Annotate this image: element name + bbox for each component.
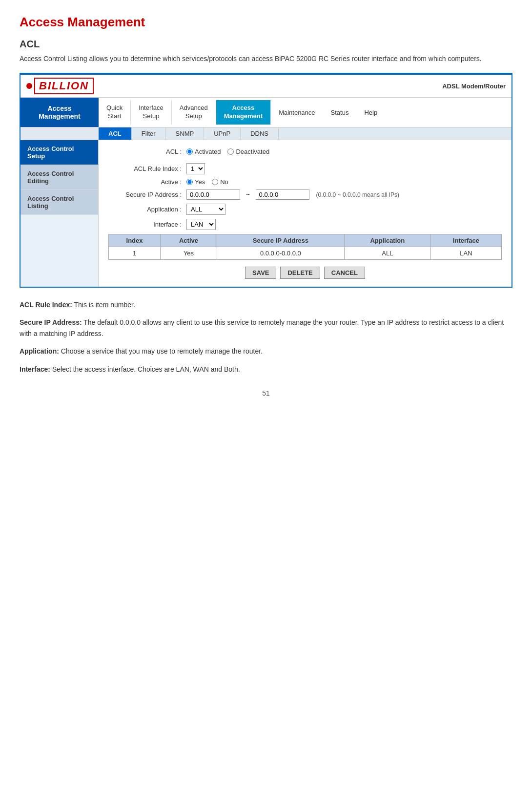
page-number: 51: [20, 389, 512, 397]
subnav-upnp[interactable]: UPnP: [204, 127, 241, 140]
nav-bar: Access Management QuickStart InterfaceSe…: [20, 98, 512, 127]
col-index: Index: [109, 234, 161, 247]
interface-select[interactable]: LAN WAN Both: [186, 219, 216, 230]
application-row: Application : ALL HTTP HTTPS FTP TELNET …: [108, 204, 502, 215]
col-application: Application: [344, 234, 430, 247]
content-area: ACL : Activated Deactivated A: [99, 140, 512, 287]
ip-to-input[interactable]: [256, 189, 309, 200]
router-header: BILLION ADSL Modem/Router: [20, 75, 512, 98]
nav-item-access-management[interactable]: AccessManagement: [216, 100, 271, 125]
secure-ip-row: Secure IP Address : ~ (0.0.0.0 ~ 0.0.0.0…: [108, 189, 502, 200]
nav-item-maintenance[interactable]: Maintenance: [271, 105, 323, 120]
page-title: Access Management: [20, 15, 512, 30]
desc-term-application: Application:: [20, 347, 59, 355]
table-row: 1 Yes 0.0.0.0-0.0.0.0 ALL LAN: [109, 247, 502, 260]
acl-status-label: ACL :: [108, 148, 186, 155]
acl-status-section: ACL : Activated Deactivated: [108, 148, 502, 155]
col-interface: Interface: [430, 234, 501, 247]
main-content: Access Control Setup Access Control Edit…: [20, 140, 512, 287]
desc-term-secure-ip: Secure IP Address:: [20, 318, 82, 326]
interface-label: Interface :: [108, 221, 186, 228]
cell-secure-ip: 0.0.0.0-0.0.0.0: [217, 247, 344, 260]
acl-status-value: Activated Deactivated: [186, 148, 269, 155]
acl-activated-radio[interactable]: [186, 148, 193, 155]
section-heading: ACL: [20, 39, 512, 50]
active-yes-label[interactable]: Yes: [186, 178, 205, 186]
desc-text-application: Choose a service that you may use to rem…: [61, 347, 263, 355]
sidebar-item-access-control-editing[interactable]: Access Control Editing: [20, 165, 98, 190]
secure-ip-value: ~ (0.0.0.0 ~ 0.0.0.0 means all IPs): [186, 189, 399, 200]
active-value: Yes No: [186, 178, 228, 186]
billion-logo: BILLION: [26, 78, 94, 94]
active-no-text: No: [220, 178, 228, 186]
desc-interface: Interface: Select the access interface. …: [20, 364, 512, 375]
device-label: ADSL Modem/Router: [442, 83, 506, 90]
nav-item-interface-setup[interactable]: InterfaceSetup: [131, 100, 172, 125]
cancel-button[interactable]: CANCEL: [324, 267, 365, 279]
nav-items: QuickStart InterfaceSetup AdvancedSetup …: [99, 98, 512, 127]
sidebar-item-access-control-setup[interactable]: Access Control Setup: [20, 140, 98, 165]
cell-interface: LAN: [430, 247, 501, 260]
subnav-acl[interactable]: ACL: [99, 127, 132, 140]
sidebar-item-access-control-listing[interactable]: Access Control Listing: [20, 190, 98, 215]
desc-acl-rule-index: ACL Rule Index: This is item number.: [20, 299, 512, 310]
brand-name: BILLION: [34, 78, 94, 94]
delete-button[interactable]: DELETE: [280, 267, 320, 279]
acl-deactivated-text: Deactivated: [236, 148, 269, 155]
subnav-ddns[interactable]: DDNS: [241, 127, 279, 140]
descriptions-section: ACL Rule Index: This is item number. Sec…: [20, 299, 512, 375]
router-ui: BILLION ADSL Modem/Router Access Managem…: [20, 74, 512, 288]
desc-application: Application: Choose a service that you m…: [20, 346, 512, 357]
desc-secure-ip: Secure IP Address: The default 0.0.0.0 a…: [20, 317, 512, 339]
nav-item-quick-start[interactable]: QuickStart: [99, 100, 131, 125]
nav-item-advanced-setup[interactable]: AdvancedSetup: [172, 100, 216, 125]
acl-rule-index-row: ACL Rule Index : 1 2 3: [108, 163, 502, 174]
section-desc: Access Control Listing allows you to det…: [20, 54, 512, 64]
interface-row: Interface : LAN WAN Both: [108, 219, 502, 230]
subnav-filter[interactable]: Filter: [132, 127, 166, 140]
active-yes-text: Yes: [195, 178, 205, 186]
cell-application: ALL: [344, 247, 430, 260]
desc-text-acl-rule-index: This is item number.: [74, 301, 135, 309]
rule-index-select[interactable]: 1 2 3: [186, 163, 205, 174]
acl-activated-text: Activated: [195, 148, 221, 155]
rule-index-value: 1 2 3: [186, 163, 205, 174]
desc-text-secure-ip: The default 0.0.0.0 allows any client to…: [20, 318, 504, 337]
acl-deactivated-radio[interactable]: [227, 148, 234, 155]
desc-text-interface: Select the access interface. Choices are…: [52, 365, 240, 373]
active-no-label[interactable]: No: [212, 178, 228, 186]
cell-index: 1: [109, 247, 161, 260]
ip-separator: ~: [246, 191, 250, 198]
interface-value: LAN WAN Both: [186, 219, 216, 230]
col-active: Active: [161, 234, 217, 247]
subnav-snmp[interactable]: SNMP: [166, 127, 205, 140]
rule-index-label: ACL Rule Index :: [108, 165, 186, 172]
acl-status-row: ACL : Activated Deactivated: [108, 148, 502, 155]
application-value: ALL HTTP HTTPS FTP TELNET SNMP PING: [186, 204, 225, 215]
col-secure-ip: Secure IP Address: [217, 234, 344, 247]
button-row: SAVE DELETE CANCEL: [108, 267, 502, 279]
active-yes-radio[interactable]: [186, 179, 193, 185]
application-select[interactable]: ALL HTTP HTTPS FTP TELNET SNMP PING: [186, 204, 225, 215]
ip-from-input[interactable]: [186, 189, 240, 200]
logo-dot: [26, 83, 32, 89]
cell-active: Yes: [161, 247, 217, 260]
nav-item-status[interactable]: Status: [323, 105, 357, 120]
sub-nav: ACL Filter SNMP UPnP DDNS: [20, 127, 512, 140]
active-no-radio[interactable]: [212, 179, 218, 185]
nav-item-help[interactable]: Help: [356, 105, 385, 120]
sidebar: Access Control Setup Access Control Edit…: [20, 140, 99, 287]
active-label: Active :: [108, 178, 186, 186]
acl-activated-label[interactable]: Activated: [186, 148, 221, 155]
secure-ip-label: Secure IP Address :: [108, 191, 186, 198]
nav-active-section: Access Management: [20, 98, 99, 127]
application-label: Application :: [108, 206, 186, 213]
active-row: Active : Yes No: [108, 178, 502, 186]
acl-table: Index Active Secure IP Address Applicati…: [108, 234, 502, 260]
acl-deactivated-label[interactable]: Deactivated: [227, 148, 269, 155]
desc-term-interface: Interface:: [20, 365, 50, 373]
save-button[interactable]: SAVE: [245, 267, 276, 279]
ip-note: (0.0.0.0 ~ 0.0.0.0 means all IPs): [316, 191, 399, 198]
desc-term-acl-rule-index: ACL Rule Index:: [20, 301, 72, 309]
